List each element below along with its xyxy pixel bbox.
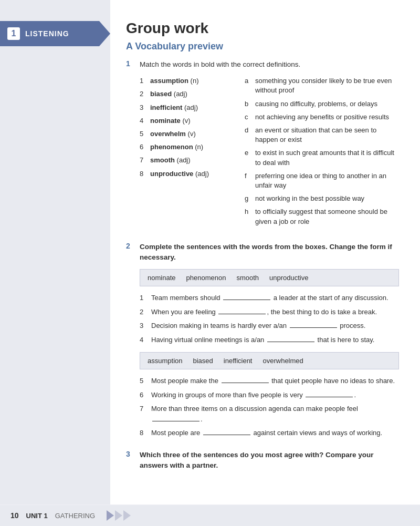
list-item: h to officially suggest that someone sho… [245, 207, 399, 226]
list-item: 3 Decision making in teams is hardly eve… [140, 321, 399, 331]
word-box-1: nominate phenomenon smooth unproductive [140, 269, 399, 286]
list-item: f preferring one idea or thing to anothe… [245, 171, 399, 190]
word-box-item: unproductive [269, 274, 308, 282]
word-box-item: smooth [236, 274, 259, 282]
chevron-right-icon [123, 510, 131, 521]
exercise-3-num: 3 [126, 450, 134, 458]
tab-number: 1 [7, 27, 20, 40]
list-item: 3 inefficient (adj) [140, 103, 245, 112]
list-item: 6 Working in groups of more than five pe… [140, 390, 399, 400]
word-box-item: nominate [148, 274, 175, 282]
list-item: 5 Most people make the that quiet people… [140, 376, 399, 386]
word-box-item: inefficient [224, 357, 253, 365]
word-box-item: biased [193, 357, 213, 365]
exercise-3: 3 Which three of the sentences do you mo… [126, 450, 399, 471]
list-item: c not achieving any benefits or positive… [245, 112, 399, 122]
list-item: g not working in the best possible way [245, 194, 399, 203]
exercise-1-num: 1 [126, 59, 134, 68]
footer-section: GATHERING [55, 512, 95, 520]
exercise-2-num: 2 [126, 242, 134, 250]
chevron-right-icon [115, 510, 122, 521]
list-item: 1 Team members should a leader at the st… [140, 293, 399, 303]
list-item: 2 When you are feeling , the best thing … [140, 307, 399, 317]
sentence-list-2: 5 Most people make the that quiet people… [140, 376, 399, 438]
list-item: 4 Having virtual online meetings is a/an… [140, 335, 399, 345]
list-item: 8 Most people are against certain views … [140, 428, 399, 438]
list-item: 8 unproductive (adj) [140, 169, 245, 179]
list-item: e to exist in such great amounts that it… [245, 148, 399, 167]
tab-label: LISTENING [25, 29, 69, 38]
word-box-item: assumption [148, 357, 182, 365]
list-item: d an event or situation that can be seen… [245, 126, 399, 145]
exercise-1: 1 Match the words in bold with the corre… [126, 59, 399, 230]
page-title: Group work [126, 20, 399, 37]
list-item: 4 nominate (v) [140, 116, 245, 126]
listening-tab: 1 LISTENING [0, 21, 110, 46]
footer-arrows [107, 510, 132, 521]
list-item: 6 phenomenon (n) [140, 142, 245, 152]
exercise-1-instruction: Match the words in bold with the correct… [140, 59, 300, 70]
word-box-item: overwhelmed [262, 357, 303, 365]
exercise-2: 2 Complete the sentences with the words … [126, 242, 399, 438]
list-item: 5 overwhelm (v) [140, 129, 245, 139]
word-box-2: assumption biased inefficient overwhelme… [140, 352, 399, 369]
list-item: b causing no difficulty, problems, or de… [245, 99, 399, 109]
list-item: 7 More than three items on a discussion … [140, 404, 399, 424]
list-item: 1 assumption (n) [140, 76, 245, 86]
list-item: 2 biased (adj) [140, 89, 245, 99]
word-box-item: phenomenon [186, 274, 226, 282]
exercise-3-instruction: Which three of the sentences do you most… [140, 450, 399, 471]
list-item: 7 smooth (adj) [140, 156, 245, 165]
sentence-list-1: 1 Team members should a leader at the st… [140, 293, 399, 345]
definitions-list: a something you consider likely to be tr… [245, 76, 399, 230]
list-item: a something you consider likely to be tr… [245, 76, 399, 95]
section-heading: A Vocabulary preview [126, 41, 399, 52]
footer-page-num: 10 [10, 511, 19, 520]
vocab-words-list: 1 assumption (n) 2 biased (adj) 3 ineffi… [140, 76, 245, 230]
chevron-right-icon [107, 510, 114, 521]
vocab-table: 1 assumption (n) 2 biased (adj) 3 ineffi… [140, 76, 399, 230]
exercise-2-instruction: Complete the sentences with the words fr… [140, 242, 399, 263]
footer-unit: UNIT 1 [26, 512, 48, 520]
page-footer: 10 UNIT 1 GATHERING [0, 505, 420, 526]
